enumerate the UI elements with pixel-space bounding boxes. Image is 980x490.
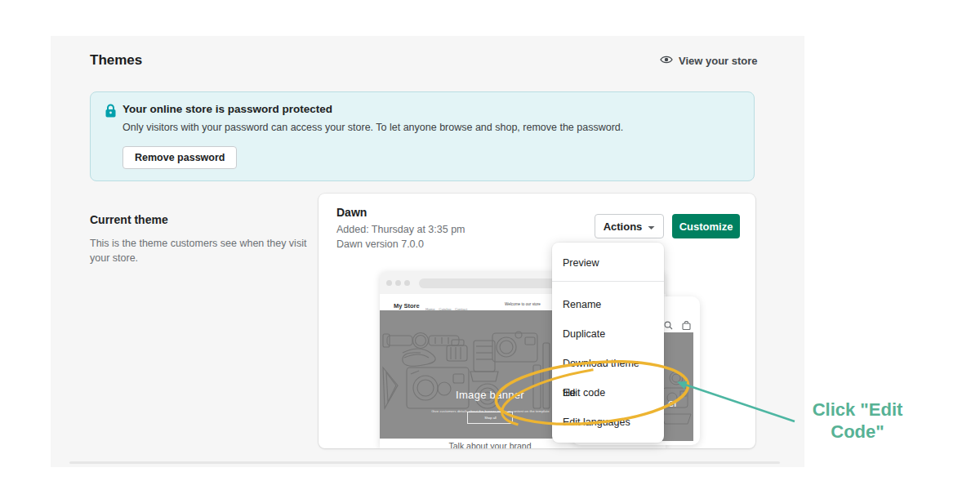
banner-description: Only visitors with your password can acc… [122,122,623,133]
browser-dot [386,280,392,286]
browser-dot [404,280,410,286]
lock-icon [105,104,117,122]
theme-name: Dawn [336,206,367,219]
search-icon [664,318,673,333]
menu-item-duplicate[interactable]: Duplicate [552,319,664,349]
menu-item-edit-languages[interactable]: Edit languages [552,408,664,437]
actions-button-label: Actions [604,220,643,233]
actions-button[interactable]: Actions [595,214,664,238]
theme-added-date: Added: Thursday at 3:35 pm [336,224,466,235]
menu-item-preview[interactable]: Preview [552,252,664,274]
menu-item-edit-code[interactable]: Edit code [552,378,664,408]
view-your-store-label: View your store [679,55,758,67]
theme-version: Dawn version 7.0.0 [336,238,424,250]
annotation-line1: Click "Edit [800,399,915,421]
mobile-header-icons [664,318,691,333]
current-theme-description: This is the theme customers see when the… [90,236,309,265]
view-your-store-link[interactable]: View your store [660,55,758,67]
section-divider [69,461,780,464]
annotation-text: Click "Edit Code" [800,399,915,443]
remove-password-button[interactable]: Remove password [122,146,237,169]
mobile-banner-text-fragment: er [668,397,678,409]
page-title: Themes [90,52,142,69]
store-name: My Store [394,302,420,310]
eye-icon [660,55,673,67]
themes-panel: Themes View your store Your online store… [51,36,804,467]
current-theme-heading: Current theme [90,213,168,226]
menu-item-download-theme-file[interactable]: Download theme file [552,349,664,378]
chevron-down-icon [648,220,655,233]
annotation-line2: Code" [800,421,915,443]
banner-title: Your online store is password protected [122,103,332,115]
customize-button[interactable]: Customize [672,214,740,238]
password-protected-banner: Your online store is password protected … [90,91,755,181]
browser-dot [395,280,401,286]
cart-bag-icon [682,318,691,333]
actions-dropdown-menu: Preview Rename Duplicate Download theme … [552,243,664,443]
hero-shop-all-button: Shop all [467,412,513,424]
theme-card: Dawn Added: Thursday at 3:35 pm Dawn ver… [318,194,755,448]
menu-item-rename[interactable]: Rename [552,290,664,319]
